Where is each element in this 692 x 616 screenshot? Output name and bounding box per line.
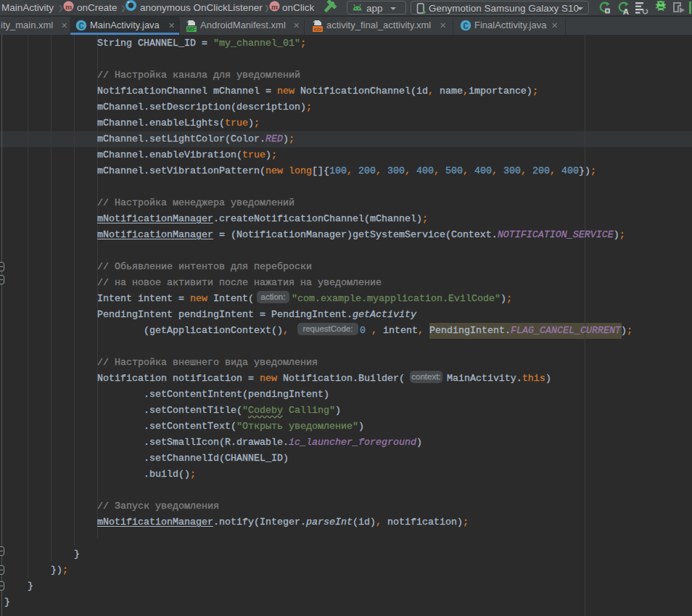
- svg-text:A: A: [623, 7, 629, 15]
- svg-text:m: m: [271, 2, 278, 11]
- svg-text:</>: </>: [314, 26, 322, 33]
- svg-text:C: C: [463, 22, 468, 32]
- svg-text:m: m: [65, 2, 72, 11]
- svg-text:C: C: [78, 22, 83, 32]
- svg-text:MF: MF: [187, 25, 196, 33]
